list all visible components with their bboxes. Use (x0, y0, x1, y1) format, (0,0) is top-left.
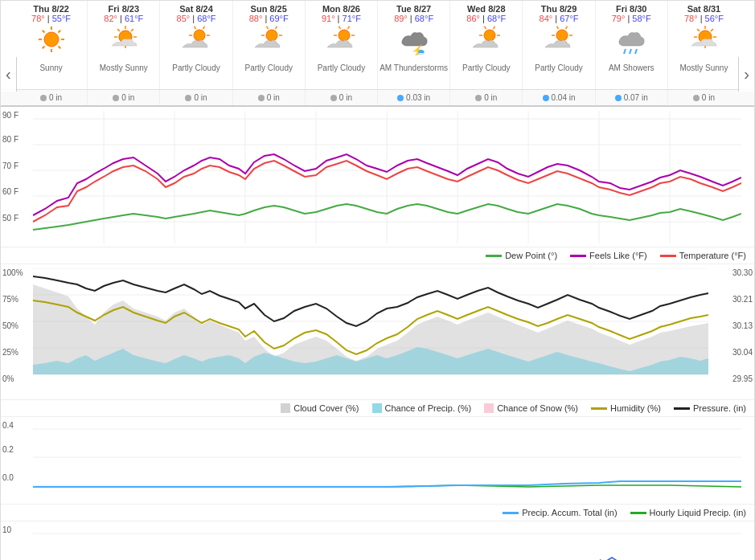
cloud-svg (33, 268, 708, 393)
day-high: 84° (540, 14, 553, 23)
day-low: 69°F (269, 14, 288, 23)
temp-svg (33, 111, 741, 243)
precip-indicator (40, 95, 47, 101)
pct-0: 0% (2, 374, 14, 383)
pres-3013: 30.13 (732, 321, 753, 330)
day-temp: 79° | 58°F (597, 14, 666, 23)
legend-cloud: Cloud Cover (%) (281, 403, 359, 413)
svg-line-30 (267, 27, 269, 30)
precip-accum-label: Precip. Accum. Total (in) (522, 508, 617, 517)
precip-amount: 0 in (194, 93, 207, 102)
day-icon (524, 23, 593, 63)
svg-line-56 (630, 49, 631, 54)
day-condition: AM Showers (597, 63, 666, 86)
feels-legend-line (570, 255, 586, 257)
wind-chart: 10 5 0 (1, 521, 754, 560)
precip-col: 0 in (668, 90, 740, 105)
precip-col: 0.03 in (378, 90, 450, 105)
precip-02: 0.2 (2, 445, 14, 454)
day-temp: 82° | 61°F (89, 14, 158, 23)
precip-col: 0 in (15, 90, 88, 105)
day-temp: 78° | 55°F (17, 14, 85, 23)
svg-point-41 (484, 30, 495, 41)
day-high: 91° (322, 14, 335, 23)
day-condition: Mostly Sunny (89, 63, 158, 86)
svg-line-66 (712, 29, 714, 31)
day-name: Wed 8/28 (452, 4, 520, 14)
precip-indicator (397, 95, 404, 101)
legend-hourly-precip: Hourly Liquid Precip. (in) (630, 508, 746, 517)
temperature-chart: 90 F 80 F 70 F 60 F 50 F (1, 107, 754, 247)
precip-04: 0.4 (2, 421, 14, 430)
day-condition: AM Thunderstorms (380, 63, 448, 86)
day-condition: Partly Cloudy (307, 63, 375, 86)
svg-point-48 (556, 30, 568, 41)
svg-point-18 (194, 30, 205, 41)
day-high: 85° (177, 14, 191, 23)
cloud-legend-label: Cloud Cover (%) (293, 403, 359, 413)
precip-indicator (185, 95, 191, 101)
svg-line-6 (42, 31, 44, 33)
next-arrow[interactable]: › (738, 57, 754, 92)
day-name: Fri 8/23 (89, 4, 158, 14)
day-icon (17, 23, 85, 63)
legend-humidity: Humidity (%) (591, 403, 661, 413)
cloud-legend: Cloud Cover (%) Chance of Precip. (%) Ch… (1, 400, 754, 416)
pres-3030: 30.30 (732, 268, 753, 277)
precip-amount: 0.04 in (552, 93, 576, 102)
svg-line-57 (635, 49, 637, 54)
pct-100: 100% (2, 268, 23, 277)
precip-amount: 0 in (339, 93, 352, 102)
day-column: Sun 8/25 88° | 69°F Partly Cloudy (233, 1, 306, 89)
day-high: 86° (466, 14, 480, 23)
day-low: 67°F (560, 14, 578, 23)
hourly-precip-label: Hourly Liquid Precip. (in) (650, 508, 746, 517)
precip-00: 0.0 (2, 473, 14, 482)
day-high: 78° (31, 14, 45, 23)
precip-indicator (543, 95, 549, 101)
day-name: Thu 8/22 (17, 4, 85, 14)
humidity-legend-label: Humidity (%) (610, 403, 661, 413)
day-temp: 85° | 68°F (162, 14, 230, 23)
day-condition: Partly Cloudy (162, 63, 230, 86)
precip-amount: 0 in (121, 93, 134, 102)
svg-line-2 (58, 47, 60, 49)
precip-accum-line (503, 512, 519, 514)
day-icon (670, 23, 738, 63)
pres-3004: 30.04 (732, 348, 753, 357)
precip-accum-chart: 0.4 0.2 0.0 (1, 416, 754, 505)
day-name: Thu 8/29 (524, 4, 593, 14)
day-temp: 78° | 56°F (670, 14, 738, 23)
precip-col: 0 in (88, 90, 160, 105)
svg-line-38 (348, 27, 350, 30)
legend-pressure: Pressure. (in) (674, 403, 746, 413)
pressure-legend-label: Pressure. (in) (693, 403, 746, 413)
day-icon: ⚡🌧 (380, 23, 448, 63)
svg-line-47 (493, 27, 494, 30)
precip-col: 0 in (306, 90, 378, 105)
wind-svg (33, 525, 741, 560)
prev-arrow[interactable]: ‹ (1, 57, 17, 92)
day-condition: Partly Cloudy (235, 63, 303, 86)
svg-point-32 (339, 30, 350, 41)
hourly-precip-line (630, 512, 646, 514)
svg-line-37 (339, 27, 341, 30)
precip-accum-legend: Precip. Accum. Total (in) Hourly Liquid … (1, 505, 754, 521)
day-temp: 91° | 71°F (307, 14, 375, 23)
day-name: Mon 8/26 (307, 4, 375, 14)
temp-label-80: 80 F (2, 135, 18, 144)
snow-legend-label: Chance of Snow (%) (497, 403, 578, 413)
day-temp: 89° | 68°F (380, 14, 448, 23)
pct-25: 25% (2, 348, 18, 357)
day-icon (235, 23, 303, 63)
precip-accum-svg (33, 421, 741, 501)
precip-amount: 0.07 in (624, 93, 648, 102)
day-low: 56°F (705, 14, 724, 23)
day-high: 88° (249, 14, 263, 23)
day-condition: Sunny (17, 63, 85, 86)
pres-2995: 29.95 (732, 374, 753, 383)
precip-col: 0.04 in (523, 90, 595, 105)
dew-legend-label: Dew Point (°) (505, 251, 557, 260)
cloud-chart: 100% 75% 50% 25% 0% 30.30 30.21 30.13 30… (1, 264, 754, 400)
precip-row: 0 in0 in0 in0 in0 in0.03 in0 in0.04 in0.… (1, 90, 754, 107)
